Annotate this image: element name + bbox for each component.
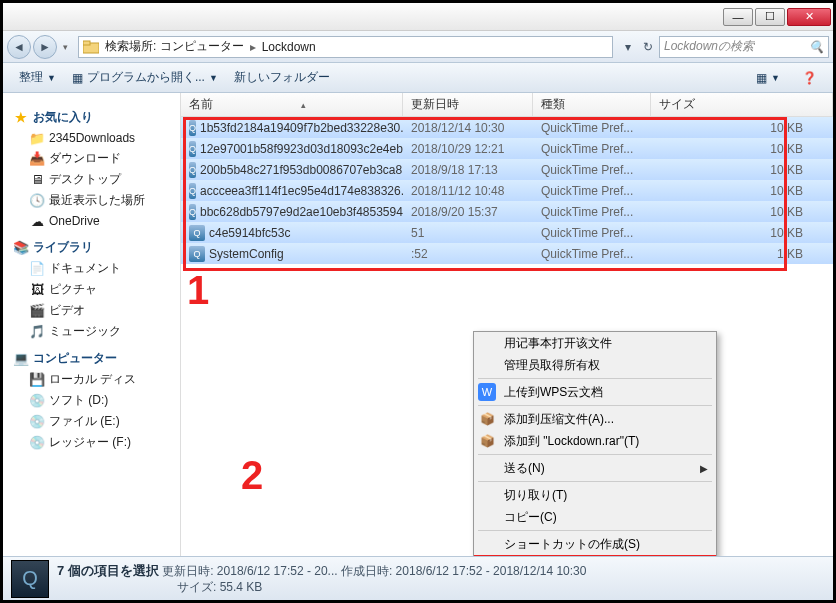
ctx-delete[interactable]: 削除(D) — [474, 555, 716, 556]
ctx-rar-add[interactable]: 📦添加到压缩文件(A)... — [474, 408, 716, 430]
svg-rect-1 — [83, 41, 90, 45]
help-button[interactable]: ❓ — [794, 69, 825, 87]
file-icon: Q — [189, 141, 196, 157]
address-bar[interactable]: 検索場所: コンピューター ▸ Lockdown — [78, 36, 613, 58]
nav-bar: ◄ ► ▾ 検索場所: コンピューター ▸ Lockdown ▾ ↻ Lockd… — [3, 31, 833, 63]
col-type[interactable]: 種類 — [533, 93, 651, 116]
ctx-open-notepad[interactable]: 用记事本打开该文件 — [474, 332, 716, 354]
chevron-icon: ▸ — [246, 40, 260, 54]
item-icon: 🖥 — [29, 172, 45, 188]
sidebar-item[interactable]: 🎬ビデオ — [7, 300, 176, 321]
chevron-right-icon: ▶ — [700, 463, 708, 474]
sidebar-item[interactable]: 💿ソフト (D:) — [7, 390, 176, 411]
star-icon: ★ — [13, 110, 29, 126]
file-row[interactable]: Q200b5b48c271f953db0086707eb3ca8...2018/… — [181, 159, 833, 180]
item-icon: 📥 — [29, 151, 45, 167]
item-icon: 💿 — [29, 393, 45, 409]
breadcrumb-current[interactable]: Lockdown — [260, 40, 318, 54]
file-icon: Q — [189, 120, 196, 136]
sidebar-item[interactable]: 📥ダウンロード — [7, 148, 176, 169]
item-icon: ☁ — [29, 213, 45, 229]
rar-icon: 📦 — [478, 410, 496, 428]
item-icon: 💾 — [29, 372, 45, 388]
search-icon: 🔍 — [809, 40, 824, 54]
sidebar-item[interactable]: 📄ドキュメント — [7, 258, 176, 279]
column-headers: 名前▴ 更新日時 種類 サイズ — [181, 93, 833, 117]
file-row[interactable]: Qbbc628db5797e9d2ae10eb3f4853594...2018/… — [181, 201, 833, 222]
item-icon: 📄 — [29, 261, 45, 277]
history-dropdown[interactable]: ▾ — [63, 42, 68, 52]
ctx-copy[interactable]: コピー(C) — [474, 506, 716, 528]
sidebar-item[interactable]: 💾ローカル ディス — [7, 369, 176, 390]
ctx-cut[interactable]: 切り取り(T) — [474, 484, 716, 506]
sort-indicator: ▴ — [301, 100, 306, 110]
file-icon: Q — [189, 225, 205, 241]
refresh-button[interactable]: ↻ — [637, 40, 659, 54]
sidebar-favorites[interactable]: ★お気に入り — [7, 107, 176, 128]
file-icon: Q — [189, 246, 205, 262]
search-input[interactable]: Lockdownの検索 🔍 — [659, 36, 829, 58]
status-bar: Q 7 個の項目を選択 更新日時: 2018/6/12 17:52 - 20..… — [3, 556, 833, 600]
ctx-admin-own[interactable]: 管理员取得所有权 — [474, 354, 716, 376]
item-icon: 📁 — [29, 130, 45, 146]
status-title: 7 個の項目を選択 — [57, 563, 159, 578]
minimize-button[interactable]: — — [723, 8, 753, 26]
address-dropdown[interactable]: ▾ — [619, 40, 637, 54]
sidebar-item[interactable]: 💿ファイル (E:) — [7, 411, 176, 432]
forward-button[interactable]: ► — [33, 35, 57, 59]
sidebar-item[interactable]: 💿レッジャー (F:) — [7, 432, 176, 453]
wps-icon: W — [478, 383, 496, 401]
file-row[interactable]: Q1b53fd2184a19409f7b2bed33228e30...2018/… — [181, 117, 833, 138]
close-button[interactable]: ✕ — [787, 8, 831, 26]
sidebar-item[interactable]: ☁OneDrive — [7, 211, 176, 231]
file-row[interactable]: QSystemConfig:52QuickTime Pref...1 KB — [181, 243, 833, 264]
maximize-button[interactable]: ☐ — [755, 8, 785, 26]
ctx-send-to[interactable]: 送る(N)▶ — [474, 457, 716, 479]
item-icon: 🕓 — [29, 193, 45, 209]
col-name[interactable]: 名前▴ — [181, 93, 403, 116]
sidebar-item[interactable]: 🖼ピクチャ — [7, 279, 176, 300]
sidebar-libraries[interactable]: 📚ライブラリ — [7, 237, 176, 258]
ctx-rar-lockdown[interactable]: 📦添加到 "Lockdown.rar"(T) — [474, 430, 716, 452]
ctx-shortcut[interactable]: ショートカットの作成(S) — [474, 533, 716, 555]
file-row[interactable]: Qc4e5914bfc53c51QuickTime Pref...10 KB — [181, 222, 833, 243]
organize-menu[interactable]: 整理▼ — [11, 67, 64, 88]
sidebar-item[interactable]: 🎵ミュージック — [7, 321, 176, 342]
file-list-area: 名前▴ 更新日時 種類 サイズ Q1b53fd2184a19409f7b2bed… — [181, 93, 833, 556]
sidebar-item[interactable]: 📁2345Downloads — [7, 128, 176, 148]
breadcrumb-root[interactable]: 検索場所: コンピューター — [103, 38, 246, 55]
rar-icon: 📦 — [478, 432, 496, 450]
file-row[interactable]: Qaccceea3ff114f1ec95e4d174e838326...2018… — [181, 180, 833, 201]
titlebar: — ☐ ✕ — [3, 3, 833, 31]
file-icon: Q — [189, 162, 196, 178]
ctx-wps-upload[interactable]: W上传到WPS云文档 — [474, 381, 716, 403]
item-icon: 🖼 — [29, 282, 45, 298]
annotation-1: 1 — [187, 268, 209, 313]
computer-icon: 💻 — [13, 351, 29, 367]
item-icon: 🎵 — [29, 324, 45, 340]
context-menu: 用记事本打开该文件 管理员取得所有权 W上传到WPS云文档 📦添加到压缩文件(A… — [473, 331, 717, 556]
sidebar-computer[interactable]: 💻コンピューター — [7, 348, 176, 369]
item-icon: 🎬 — [29, 303, 45, 319]
file-icon: Q — [189, 204, 196, 220]
sidebar-item[interactable]: 🕓最近表示した場所 — [7, 190, 176, 211]
toolbar: 整理▼ ▦プログラムから開く...▼ 新しいフォルダー ▦▼ ❓ — [3, 63, 833, 93]
sidebar-item[interactable]: 🖥デスクトップ — [7, 169, 176, 190]
item-icon: 💿 — [29, 414, 45, 430]
file-icon: Q — [189, 183, 196, 199]
back-button[interactable]: ◄ — [7, 35, 31, 59]
status-size: サイズ: 55.4 KB — [177, 580, 262, 594]
sidebar: ★お気に入り 📁2345Downloads📥ダウンロード🖥デスクトップ🕓最近表示… — [3, 93, 181, 556]
status-details: 更新日時: 2018/6/12 17:52 - 20... 作成日時: 2018… — [162, 564, 586, 578]
new-folder-button[interactable]: 新しいフォルダー — [226, 67, 338, 88]
folder-icon — [83, 40, 99, 54]
col-size[interactable]: サイズ — [651, 93, 833, 116]
open-with-menu[interactable]: ▦プログラムから開く...▼ — [64, 67, 226, 88]
status-file-icon: Q — [11, 560, 49, 598]
col-date[interactable]: 更新日時 — [403, 93, 533, 116]
library-icon: 📚 — [13, 240, 29, 256]
annotation-2: 2 — [241, 453, 263, 498]
file-row[interactable]: Q12e97001b58f9923d03d18093c2e4eb...2018/… — [181, 138, 833, 159]
item-icon: 💿 — [29, 435, 45, 451]
view-button[interactable]: ▦▼ — [748, 69, 788, 87]
